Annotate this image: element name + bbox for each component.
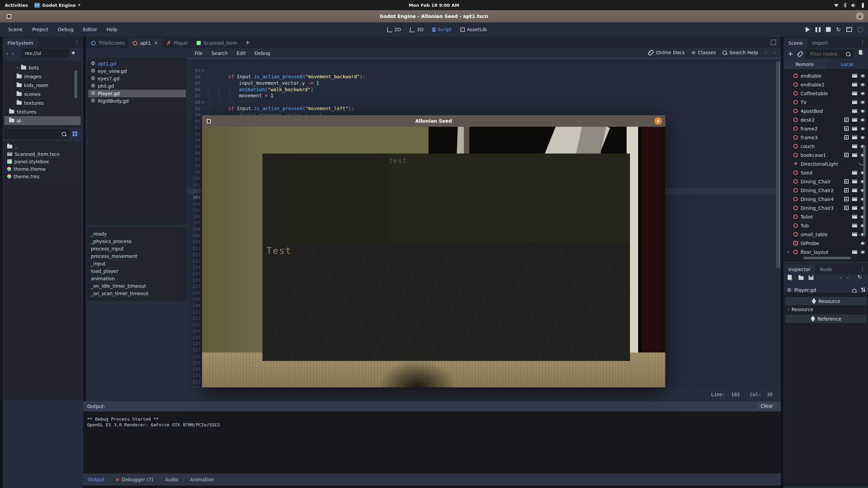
menu-editor[interactable]: Editor <box>80 25 100 34</box>
bottom-tab-animation[interactable]: Animation <box>190 477 214 482</box>
scene-node-bookcase1[interactable]: bookcase1◉ <box>785 151 868 160</box>
history-forward-icon[interactable]: › <box>847 274 849 281</box>
script-forward-icon[interactable]: › <box>773 50 775 55</box>
function-item-_on_scan_timer_timeout[interactable]: _on_scan_timer_timeout <box>88 290 186 297</box>
workspace-assetlib[interactable]: AssetLib <box>460 27 487 32</box>
script-tab-Player[interactable]: Player <box>162 38 193 48</box>
inspector-tools-icon[interactable] <box>861 287 866 292</box>
open-scene-icon[interactable] <box>852 74 857 78</box>
open-scene-icon[interactable] <box>852 215 857 219</box>
scene-dock-menu-icon[interactable]: ⋮ <box>860 39 865 46</box>
open-scene-icon[interactable] <box>852 136 857 139</box>
menu-help[interactable]: Help <box>103 25 121 34</box>
fs-tree-item-textures[interactable]: textures <box>4 99 81 107</box>
editable-children-icon[interactable] <box>844 118 849 122</box>
fs-tree-scrollbar[interactable] <box>75 70 77 98</box>
visibility-eye-icon[interactable]: ◉ <box>861 127 865 131</box>
script-item-apt1.gd[interactable]: ⚙apt1.gd <box>88 60 186 67</box>
function-item-load_player[interactable]: load_player <box>88 267 186 275</box>
script-item-RigidBody.gd[interactable]: ⚙RigidBody.gd <box>88 97 186 105</box>
script-back-icon[interactable]: ‹ <box>765 50 767 55</box>
open-scene-icon[interactable] <box>852 118 857 122</box>
menu-debug[interactable]: Debug <box>55 25 77 34</box>
tab-node[interactable]: Node <box>815 264 837 274</box>
workspace-script[interactable]: Script <box>432 27 452 32</box>
scene-node-Tub[interactable]: Tub◉ <box>785 221 868 230</box>
scene-node-DirectionalLight[interactable]: ☀DirectionalLight <box>785 160 868 168</box>
category-reference[interactable]: Reference <box>785 314 867 323</box>
menu-scene[interactable]: Scene <box>5 25 26 34</box>
tab-inspector[interactable]: Inspector <box>784 264 815 274</box>
play-button[interactable] <box>806 27 810 32</box>
script-menu-search[interactable]: Search <box>208 49 231 57</box>
function-item-process_input[interactable]: process_input <box>88 245 186 252</box>
visibility-eye-icon[interactable]: ◉ <box>861 118 865 122</box>
editable-children-icon[interactable] <box>844 206 849 210</box>
fs-tree-item-images[interactable]: images <box>4 72 81 81</box>
function-item-_physics_process[interactable]: _physics_process <box>88 238 186 245</box>
category-resource[interactable]: Resource <box>785 297 867 305</box>
workspace-2d[interactable]: 2D <box>387 27 401 32</box>
function-item-animation[interactable]: animation <box>88 275 186 282</box>
script-item-eye_view.gd[interactable]: ⚙eye_view.gd <box>88 67 186 75</box>
editable-children-icon[interactable] <box>844 153 849 157</box>
bottom-tab-debugger-7-[interactable]: Debugger (7) <box>116 477 154 482</box>
code-scrollbar[interactable] <box>776 61 780 268</box>
favorite-star-icon[interactable]: ★ <box>71 49 76 56</box>
help-online-docs[interactable]: Online Docs <box>648 50 685 55</box>
scene-node-GIProbe[interactable]: GIProbe◉ <box>785 239 868 248</box>
scene-node-small_table[interactable]: small_table◉ <box>785 230 868 239</box>
play-scene-button[interactable]: ↻ <box>836 26 841 33</box>
new-resource-button[interactable] <box>788 275 792 280</box>
fs-file-theme.theme[interactable]: theme.theme <box>4 165 81 173</box>
scene-node-Dining_Chair4[interactable]: Dining_Chair4◉ <box>785 195 868 204</box>
fs-search-input[interactable] <box>4 129 69 139</box>
inspector-menu-icon[interactable]: ⋮ <box>860 266 865 272</box>
script-tab-TitleScreen[interactable]: TitleScreen <box>87 38 129 48</box>
bottom-tab-audio[interactable]: Audio <box>165 477 178 482</box>
scene-node-endtable2[interactable]: endtable2◉ <box>785 80 868 89</box>
open-scene-icon[interactable] <box>852 83 857 86</box>
script-tab-apt1[interactable]: apt1✕ <box>129 38 162 48</box>
fs-tree-item-scenes[interactable]: scenes <box>4 90 81 99</box>
open-scene-icon[interactable] <box>852 92 857 95</box>
clear-button[interactable]: Clear <box>756 402 777 410</box>
fs-tree-item-kids_room[interactable]: kids_room <box>4 81 81 90</box>
open-scene-icon[interactable] <box>852 109 857 113</box>
open-scene-icon[interactable] <box>852 232 857 236</box>
visibility-eye-icon[interactable]: ◉ <box>861 92 865 96</box>
open-scene-icon[interactable] <box>852 197 857 201</box>
pause-button[interactable] <box>815 27 821 32</box>
scene-node-endtable[interactable]: endtable◉ <box>785 72 868 80</box>
script-menu-edit[interactable]: Edit <box>234 49 249 57</box>
load-resource-button[interactable] <box>798 276 804 280</box>
workspace-3d[interactable]: 3D <box>410 27 424 32</box>
fs-file-Scanned_item.tscn[interactable]: Scanned_item.tscn <box>4 150 81 158</box>
system-tray[interactable] <box>834 0 865 10</box>
editable-children-icon[interactable] <box>844 197 849 201</box>
fs-path-input[interactable] <box>21 49 68 58</box>
script-tab-Scanned_item[interactable]: Scanned_item <box>193 38 241 48</box>
script-item-Player.gd[interactable]: ⚙Player.gd <box>88 90 186 97</box>
remote-button[interactable]: Remote <box>784 60 826 69</box>
open-scene-icon[interactable] <box>852 153 857 157</box>
filter-nodes-input[interactable] <box>806 49 853 58</box>
help-classes[interactable]: ≡Classes <box>691 49 716 56</box>
scene-node-TV[interactable]: TV◉ <box>785 98 868 107</box>
open-scene-icon[interactable] <box>852 144 857 148</box>
scene-node-4postBed[interactable]: 4postBed◉ <box>785 107 868 116</box>
play-custom-scene-button[interactable] <box>846 27 852 32</box>
fs-forward-button[interactable]: › <box>12 50 14 57</box>
open-scene-icon[interactable] <box>852 250 857 254</box>
scene-tree-hscrollbar[interactable] <box>803 257 851 259</box>
function-item-_on_idle_timer_timeout[interactable]: _on_idle_timer_timeout <box>88 282 186 290</box>
script-menu-debug[interactable]: Debug <box>252 49 273 57</box>
function-item-process_movement[interactable]: process_movement <box>88 252 186 260</box>
help-search-help[interactable]: Search Help <box>723 50 758 55</box>
open-scene-icon[interactable] <box>852 180 857 183</box>
activities-button[interactable]: Activities <box>5 3 28 8</box>
function-item-_ready[interactable]: _ready <box>88 230 186 238</box>
property-resource[interactable]: › Resource <box>787 307 813 312</box>
editable-children-icon[interactable] <box>844 135 849 140</box>
add-node-button[interactable]: + <box>788 50 793 57</box>
